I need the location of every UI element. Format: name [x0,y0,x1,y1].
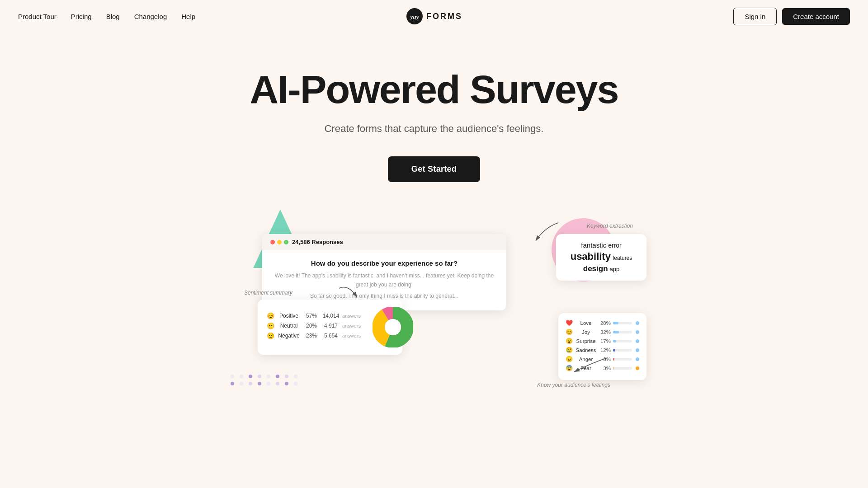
window-dot-red [270,240,275,244]
emotion-pct-love: 28% [599,320,611,326]
arrow-sentiment [335,284,362,306]
emotion-bar-love [613,322,618,324]
sentiment-row-negative: 😟 Negative 23% 5,654 answers [267,332,365,339]
emotion-pct-joy: 32% [599,329,611,335]
survey-response-1: We love it! The app's usability is fanta… [271,272,497,289]
responses-count: 24,586 Responses [292,239,343,245]
nav-help[interactable]: Help [181,13,195,20]
survey-card: 24,586 Responses How do you describe you… [262,234,506,310]
emotion-bar-bg-joy [613,331,632,333]
nav-blog[interactable]: Blog [106,13,120,20]
emotion-bar-bg-fear [613,367,632,370]
emotion-emoji-sadness: 😢 [566,347,573,353]
window-dot-green [284,240,288,244]
emotion-bar-bg-anger [613,358,632,361]
emotion-pct-sadness: 12% [599,347,611,353]
emotion-bar-surprise [613,340,616,343]
nav-changelog[interactable]: Changelog [134,13,167,20]
survey-question: How do you describe your experience so f… [271,259,497,267]
sentiment-answers-positive: answers [342,313,361,319]
sentiment-pct-neutral: 20% [303,323,320,329]
dot [276,382,279,385]
dot [285,375,288,378]
dot [258,375,261,378]
dot [249,375,252,378]
window-dot-yellow [277,240,282,244]
emotion-dot-fear [636,366,639,370]
emotion-emoji-love: ❤️ [566,319,573,326]
dot [294,375,297,378]
nav-pricing[interactable]: Pricing [71,13,92,20]
arrow-keyword [531,218,567,245]
emotion-bar-joy [613,331,619,333]
sentiment-count-neutral: 4,917 [322,323,340,329]
sentiment-name-neutral: Neutral [277,323,301,329]
sentiment-emoji-negative: 😟 [267,332,274,339]
svg-point-6 [385,319,401,335]
sentiment-row-neutral: 😐 Neutral 20% 4,917 answers [267,322,365,329]
nav-auth-buttons: Sign in Create account [733,8,850,25]
sentiment-count-negative: 5,654 [322,333,340,339]
emotion-name-love: Love [575,320,597,326]
keyword-design: design [583,264,608,273]
sentiment-answers-neutral: answers [342,323,361,328]
dot [258,382,261,385]
sentiment-answers-negative: answers [342,333,361,338]
pie-chart [373,307,413,347]
svg-text:yay: yay [409,14,419,20]
sentiment-name-negative: Negative [277,333,301,339]
sentiment-name-positive: Positive [277,313,301,319]
emotion-name-surprise: Surprise [575,338,597,344]
dot [231,375,234,378]
emotion-bar-bg-sadness [613,349,632,352]
dot [240,375,243,378]
keyword-fantastic: fantastic [581,241,606,249]
emotion-name-joy: Joy [575,329,597,335]
dot [249,382,252,385]
site-logo[interactable]: yay FORMS [406,7,462,25]
emotion-bar-sadness [613,349,615,352]
emotion-dot-anger [636,357,639,361]
window-dots [270,240,288,244]
survey-response-2: So far so good. The only thing I miss is… [271,292,497,300]
sentiment-pct-negative: 23% [303,333,320,339]
sentiment-emoji-neutral: 😐 [267,322,274,329]
logo-icon: yay [406,7,424,25]
sentiment-label: Sentiment summary [244,290,292,296]
nav-product-tour[interactable]: Product Tour [18,13,57,20]
dot [285,382,288,385]
emotion-dot-surprise [636,339,639,343]
emotion-row-joy: 😊 Joy 32% [566,328,639,335]
sentiment-emoji-positive: 😊 [267,312,274,319]
emotion-row-surprise: 😮 Surprise 17% [566,338,639,344]
arrow-emotions [570,354,615,376]
emotion-emoji-surprise: 😮 [566,338,573,344]
emotion-dot-love [636,321,639,325]
dot [276,375,279,378]
emotion-pct-surprise: 17% [599,338,611,344]
keyword-cloud: fantastic error usability features desig… [565,241,637,273]
emotion-row-love: ❤️ Love 28% [566,319,639,326]
keyword-error: error [608,242,622,249]
sentiment-card: 😊 Positive 57% 14,014 answers 😐 Neutral … [258,300,402,355]
signin-button[interactable]: Sign in [733,8,777,25]
emotion-row-sadness: 😢 Sadness 12% [566,347,639,353]
sentiment-row-positive: 😊 Positive 57% 14,014 answers [267,312,365,319]
emotion-dot-sadness [636,348,639,352]
nav-links: Product Tour Pricing Blog Changelog Help [18,13,195,20]
hero-section: AI-Powered Surveys Create forms that cap… [0,33,868,408]
get-started-button[interactable]: Get Started [388,156,480,182]
create-account-button[interactable]: Create account [782,8,850,25]
hero-illustration: 24,586 Responses How do you describe you… [217,209,651,390]
navbar: Product Tour Pricing Blog Changelog Help… [0,0,868,33]
dot [240,382,243,385]
sentiment-pct-positive: 57% [303,313,320,319]
sentiment-count-positive: 14,014 [322,313,340,319]
dot [267,382,270,385]
dot [294,382,297,385]
dot [267,375,270,378]
keyword-label-tag: Keyword extraction [587,223,633,229]
keyword-app: app [610,266,620,272]
logo-text: FORMS [426,12,462,21]
survey-card-header: 24,586 Responses [262,234,506,250]
